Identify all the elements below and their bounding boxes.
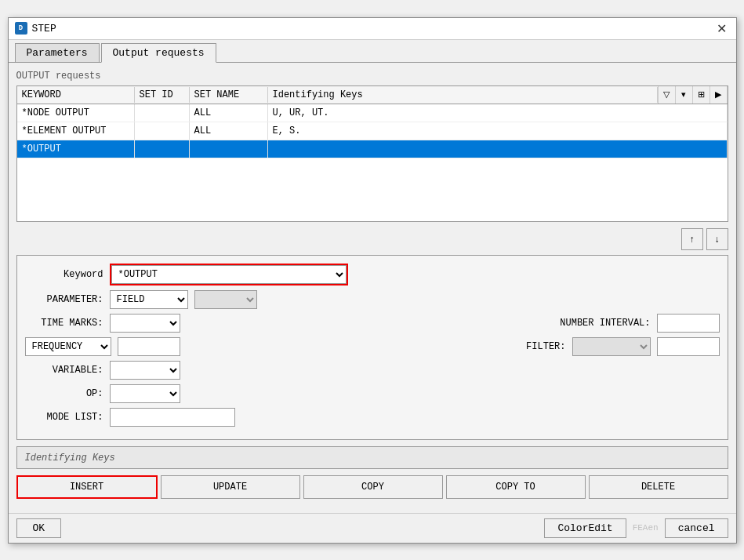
title-bar: D STEP ✕ bbox=[9, 18, 736, 40]
cell-setname-1: ALL bbox=[190, 104, 268, 122]
keyword-row: Keyword *OUTPUT *NODE OUTPUT *ELEMENT OU… bbox=[25, 264, 720, 285]
col-header-setname: SET NAME bbox=[190, 87, 268, 103]
filter-button[interactable]: ▽ bbox=[659, 86, 676, 104]
cell-setid-3 bbox=[135, 140, 190, 158]
tab-parameters[interactable]: Parameters bbox=[15, 43, 100, 62]
update-button[interactable]: UPDATE bbox=[161, 475, 300, 499]
content-area: OUTPUT requests KEYWORD SET ID SET NAME … bbox=[9, 63, 736, 513]
move-up-button[interactable]: ↑ bbox=[681, 228, 703, 250]
table-row[interactable]: *ELEMENT OUTPUT ALL E, S. bbox=[17, 122, 728, 140]
filter-select[interactable] bbox=[572, 337, 651, 356]
cell-keyword-2: *ELEMENT OUTPUT bbox=[17, 122, 135, 140]
columns-button[interactable]: ⊞ bbox=[693, 86, 710, 104]
frequency-type-select[interactable]: FREQUENCY INTERVAL bbox=[25, 337, 111, 356]
copy-button[interactable]: COPY bbox=[303, 475, 443, 499]
parameter-extra-select[interactable] bbox=[194, 290, 257, 309]
mode-list-label: MODE LIST: bbox=[25, 412, 103, 423]
close-button[interactable]: ✕ bbox=[714, 20, 730, 36]
output-table: KEYWORD SET ID SET NAME Identifying Keys… bbox=[16, 85, 728, 222]
tab-bar: Parameters Output requests bbox=[9, 40, 736, 63]
identifying-keys-label: Identifying Keys bbox=[25, 453, 115, 464]
frequency-row: FREQUENCY INTERVAL FILTER: bbox=[25, 337, 720, 356]
tab-output-requests[interactable]: Output requests bbox=[101, 43, 216, 63]
mode-list-row: MODE LIST: bbox=[25, 408, 720, 427]
bottom-bar: OK ColorEdit FEAen cancel bbox=[9, 513, 736, 543]
bottom-right: ColorEdit FEAen cancel bbox=[544, 518, 728, 538]
filter-label: FILTER: bbox=[519, 341, 566, 352]
number-interval-label: NUMBER INTERVAL: bbox=[549, 318, 651, 329]
parameter-row: PARAMETER: FIELD HISTORY bbox=[25, 290, 720, 309]
delete-button[interactable]: DELETE bbox=[589, 475, 728, 499]
number-interval-input[interactable] bbox=[657, 314, 720, 333]
form-section: Keyword *OUTPUT *NODE OUTPUT *ELEMENT OU… bbox=[16, 255, 728, 440]
col-header-keyword: KEYWORD bbox=[17, 87, 135, 103]
app-icon: D bbox=[15, 22, 27, 35]
mode-list-input[interactable] bbox=[110, 408, 235, 427]
filter-down-button[interactable]: ▾ bbox=[676, 86, 693, 104]
window-title: STEP bbox=[32, 23, 56, 35]
time-marks-label: TIME MARKS: bbox=[25, 318, 103, 329]
parameter-select[interactable]: FIELD HISTORY bbox=[110, 290, 188, 309]
cell-keyword-1: *NODE OUTPUT bbox=[17, 104, 135, 122]
col-header-keys: Identifying Keys bbox=[268, 87, 658, 103]
frequency-input[interactable] bbox=[118, 337, 180, 356]
cell-keys-2: E, S. bbox=[268, 122, 728, 140]
keyword-select-wrapper: *OUTPUT *NODE OUTPUT *ELEMENT OUTPUT bbox=[110, 264, 348, 285]
cancel-button[interactable]: cancel bbox=[665, 518, 728, 538]
color-edit-button[interactable]: ColorEdit bbox=[544, 518, 626, 538]
bottom-left: OK bbox=[16, 518, 62, 538]
cell-setname-2: ALL bbox=[190, 122, 268, 140]
filter-input[interactable] bbox=[657, 337, 720, 356]
copy-to-button[interactable]: COPY TO bbox=[446, 475, 586, 499]
time-marks-row: TIME MARKS: NUMBER INTERVAL: bbox=[25, 314, 720, 333]
identifying-keys-section: Identifying Keys bbox=[16, 446, 728, 469]
parameter-label: PARAMETER: bbox=[25, 294, 103, 305]
move-down-button[interactable]: ↓ bbox=[706, 228, 728, 250]
section-label: OUTPUT requests bbox=[16, 71, 728, 82]
table-header: KEYWORD SET ID SET NAME Identifying Keys… bbox=[17, 86, 728, 104]
op-select[interactable] bbox=[110, 384, 180, 403]
watermark: FEAen bbox=[633, 523, 659, 533]
keyword-select[interactable]: *OUTPUT *NODE OUTPUT *ELEMENT OUTPUT bbox=[111, 265, 347, 284]
keyword-label: Keyword bbox=[25, 269, 103, 280]
ok-button[interactable]: OK bbox=[16, 518, 62, 538]
variable-label: VARIABLE: bbox=[25, 365, 103, 376]
cell-setid-1 bbox=[135, 104, 190, 122]
col-header-setid: SET ID bbox=[135, 87, 190, 103]
table-body: *NODE OUTPUT ALL U, UR, UT. *ELEMENT OUT… bbox=[17, 104, 728, 221]
table-row[interactable]: *OUTPUT bbox=[17, 140, 728, 158]
title-bar-left: D STEP bbox=[15, 22, 56, 35]
cell-keys-3 bbox=[268, 140, 728, 158]
cell-setid-2 bbox=[135, 122, 190, 140]
table-row[interactable]: *NODE OUTPUT ALL U, UR, UT. bbox=[17, 104, 728, 122]
variable-select[interactable] bbox=[110, 361, 180, 380]
op-row: OP: bbox=[25, 384, 720, 403]
variable-row: VARIABLE: bbox=[25, 361, 720, 380]
main-window: D STEP ✕ Parameters Output requests OUTP… bbox=[8, 17, 737, 544]
action-buttons: INSERT UPDATE COPY COPY TO DELETE bbox=[16, 475, 728, 499]
expand-button[interactable]: ▶ bbox=[710, 86, 728, 104]
cell-keys-1: U, UR, UT. bbox=[268, 104, 728, 122]
cell-keyword-3: *OUTPUT bbox=[17, 140, 135, 158]
time-marks-select[interactable] bbox=[110, 314, 180, 333]
up-down-buttons: ↑ ↓ bbox=[16, 228, 728, 250]
cell-setname-3 bbox=[190, 140, 268, 158]
insert-button[interactable]: INSERT bbox=[16, 475, 158, 499]
table-toolbar: ▽ ▾ ⊞ ▶ bbox=[658, 86, 728, 104]
op-label: OP: bbox=[25, 388, 103, 399]
